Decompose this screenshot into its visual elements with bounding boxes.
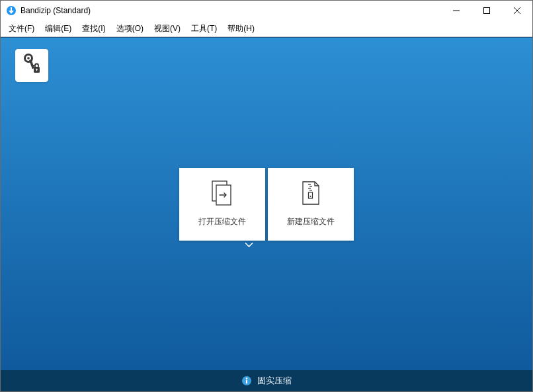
menubar: 文件(F) 编辑(E) 查找(I) 选项(O) 视图(V) 工具(T) 帮助(H… bbox=[1, 20, 532, 37]
new-archive-label: 新建压缩文件 bbox=[287, 216, 335, 227]
svg-point-19 bbox=[310, 196, 311, 197]
recent-dropdown-button[interactable] bbox=[243, 241, 255, 253]
svg-rect-11 bbox=[36, 69, 37, 71]
app-icon bbox=[6, 5, 17, 16]
chevron-down-icon bbox=[245, 241, 254, 253]
window-controls bbox=[441, 1, 532, 20]
open-archive-button[interactable]: 打开压缩文件 bbox=[179, 168, 265, 241]
info-icon bbox=[241, 375, 252, 386]
file-open-icon bbox=[209, 180, 235, 207]
status-text: 固实压缩 bbox=[257, 375, 292, 387]
svg-rect-22 bbox=[246, 380, 247, 384]
action-cards: 打开压缩文件 新建压缩文件 bbox=[179, 168, 354, 241]
menu-file[interactable]: 文件(F) bbox=[3, 21, 40, 36]
minimize-button[interactable] bbox=[441, 1, 472, 20]
menu-view[interactable]: 视图(V) bbox=[149, 21, 186, 36]
svg-point-6 bbox=[27, 57, 30, 59]
close-button[interactable] bbox=[502, 1, 532, 20]
new-archive-button[interactable]: 新建压缩文件 bbox=[268, 168, 354, 241]
open-archive-label: 打开压缩文件 bbox=[198, 216, 246, 227]
menu-edit[interactable]: 编辑(E) bbox=[40, 21, 77, 36]
menu-help[interactable]: 帮助(H) bbox=[222, 21, 260, 36]
svg-rect-2 bbox=[484, 8, 490, 14]
password-manager-button[interactable] bbox=[15, 49, 48, 82]
svg-point-21 bbox=[246, 377, 247, 379]
window-title: Bandizip (Standard) bbox=[20, 6, 91, 15]
app-window: Bandizip (Standard) 文件(F) 编辑(E) 查找(I) 选项… bbox=[0, 0, 533, 392]
menu-tools[interactable]: 工具(T) bbox=[186, 21, 222, 36]
zip-new-icon bbox=[298, 180, 324, 207]
status-bar[interactable]: 固实压缩 bbox=[1, 370, 532, 391]
titlebar[interactable]: Bandizip (Standard) bbox=[1, 1, 532, 20]
main-area[interactable]: 打开压缩文件 新建压缩文件 bbox=[1, 37, 532, 370]
menu-options[interactable]: 选项(O) bbox=[111, 21, 149, 36]
key-lock-icon bbox=[20, 53, 43, 78]
menu-find[interactable]: 查找(I) bbox=[77, 21, 110, 36]
maximize-button[interactable] bbox=[472, 1, 502, 20]
svg-rect-7 bbox=[29, 59, 34, 69]
svg-rect-18 bbox=[309, 192, 313, 198]
